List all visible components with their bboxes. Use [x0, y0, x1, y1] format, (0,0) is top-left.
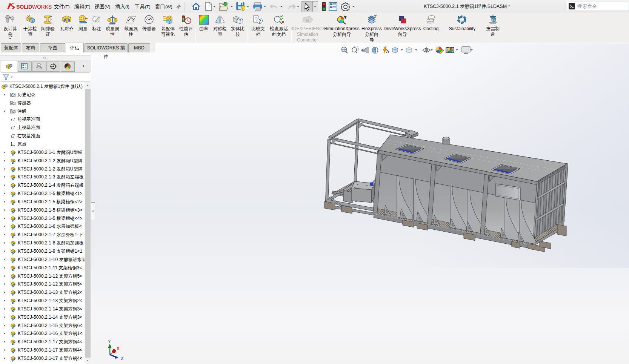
svg-text:?: ?	[258, 18, 261, 24]
svg-text:X: X	[117, 346, 120, 351]
svg-text:Z: Z	[121, 356, 123, 361]
svg-text:A: A	[12, 110, 14, 114]
svg-text:A: A	[386, 49, 389, 54]
svg-text:Y: Y	[108, 339, 111, 344]
svg-text:!: !	[242, 7, 243, 11]
svg-text:?: ?	[239, 18, 241, 24]
svg-text:SOLIDWORKS: SOLIDWORKS	[16, 4, 52, 10]
